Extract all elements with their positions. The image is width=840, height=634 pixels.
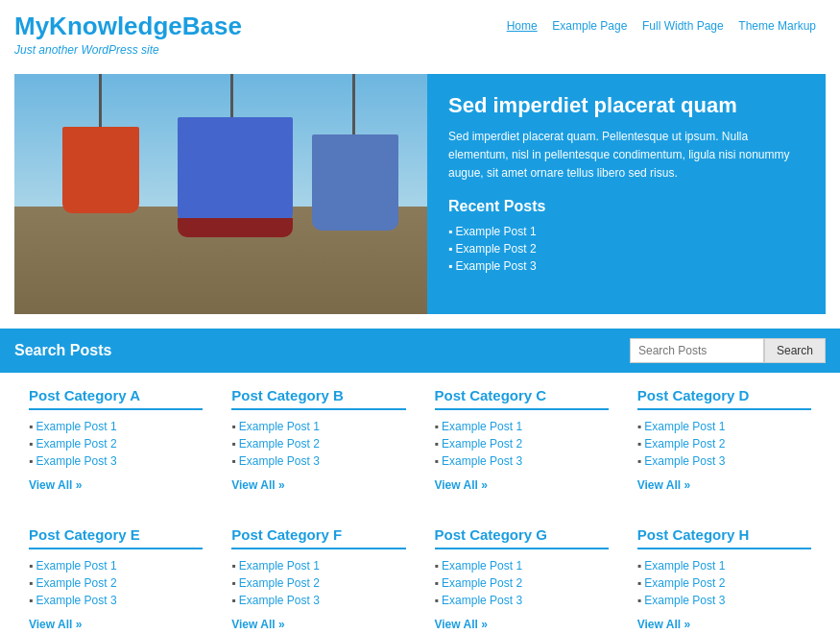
category-c-post-3: Example Post 3: [435, 452, 609, 470]
search-bar: Search Posts Search: [0, 329, 840, 373]
boat3-icon: [312, 134, 398, 231]
category-b-post-3-link[interactable]: Example Post 3: [239, 454, 320, 468]
category-list-h: Example Post 1Example Post 2Example Post…: [637, 557, 811, 609]
category-list-c: Example Post 1Example Post 2Example Post…: [435, 418, 609, 470]
category-a-post-2: Example Post 2: [29, 435, 203, 452]
category-g-post-1: Example Post 1: [435, 557, 609, 574]
category-e-post-1: Example Post 1: [29, 557, 203, 574]
search-input[interactable]: [630, 338, 764, 363]
category-e-post-1-link[interactable]: Example Post 1: [36, 559, 117, 573]
view-all-e[interactable]: View All »: [29, 618, 82, 631]
category-d-post-3: Example Post 3: [637, 452, 811, 470]
category-f-post-1-link[interactable]: Example Post 1: [239, 559, 320, 573]
category-e-post-3: Example Post 3: [29, 592, 203, 609]
category-h-post-1: Example Post 1: [637, 557, 811, 574]
category-b-post-2: Example Post 2: [231, 435, 405, 452]
category-block-d: Post Category DExample Post 1Example Pos…: [623, 373, 826, 501]
nav-theme-markup[interactable]: Theme Markup: [738, 19, 816, 33]
categories-grid: Post Category AExample Post 1Example Pos…: [14, 373, 826, 634]
category-title-f: Post Category F: [231, 526, 405, 549]
category-d-post-1: Example Post 1: [637, 418, 811, 435]
hero-text: Sed imperdiet placerat quam. Pellentesqu…: [448, 128, 804, 183]
category-block-f: Post Category FExample Post 1Example Pos…: [217, 512, 420, 634]
category-c-post-1-link[interactable]: Example Post 1: [442, 420, 522, 433]
hero-section: Sed imperdiet placerat quam Sed imperdie…: [14, 74, 826, 314]
view-all-h[interactable]: View All »: [637, 618, 690, 631]
nav-home[interactable]: Home: [507, 19, 538, 33]
category-f-post-2: Example Post 2: [231, 574, 405, 592]
category-g-post-3: Example Post 3: [435, 592, 609, 609]
category-list-f: Example Post 1Example Post 2Example Post…: [231, 557, 405, 609]
header: MyKnowledgeBase Just another WordPress s…: [0, 0, 840, 64]
category-b-post-1: Example Post 1: [231, 418, 405, 435]
category-block-b: Post Category BExample Post 1Example Pos…: [217, 373, 420, 501]
hero-image: [14, 74, 427, 314]
recent-post-3: Example Post 3: [448, 257, 804, 275]
nav-example-page[interactable]: Example Page: [552, 19, 627, 33]
category-block-g: Post Category GExample Post 1Example Pos…: [420, 512, 623, 634]
category-g-post-1-link[interactable]: Example Post 1: [442, 559, 522, 573]
view-all-a[interactable]: View All »: [29, 478, 82, 492]
category-block-a: Post Category AExample Post 1Example Pos…: [14, 373, 217, 501]
recent-posts-list: Example Post 1 Example Post 2 Example Po…: [448, 223, 804, 275]
category-f-post-3-link[interactable]: Example Post 3: [239, 594, 320, 607]
category-c-post-2: Example Post 2: [435, 435, 609, 452]
category-f-post-3: Example Post 3: [231, 592, 405, 609]
category-d-post-2-link[interactable]: Example Post 2: [644, 437, 725, 451]
category-a-post-1-link[interactable]: Example Post 1: [36, 420, 117, 433]
nav-full-width[interactable]: Full Width Page: [642, 19, 724, 33]
category-e-post-3-link[interactable]: Example Post 3: [36, 594, 117, 607]
category-list-a: Example Post 1Example Post 2Example Post…: [29, 418, 203, 470]
category-e-post-2-link[interactable]: Example Post 2: [36, 576, 117, 590]
category-c-post-1: Example Post 1: [435, 418, 609, 435]
category-a-post-3: Example Post 3: [29, 452, 203, 470]
category-list-g: Example Post 1Example Post 2Example Post…: [435, 557, 609, 609]
category-list-e: Example Post 1Example Post 2Example Post…: [29, 557, 203, 609]
category-f-post-1: Example Post 1: [231, 557, 405, 574]
search-bar-title: Search Posts: [14, 342, 630, 359]
recent-post-1-link[interactable]: Example Post 1: [456, 225, 537, 238]
category-b-post-1-link[interactable]: Example Post 1: [239, 420, 320, 433]
category-h-post-3: Example Post 3: [637, 592, 811, 609]
category-b-post-3: Example Post 3: [231, 452, 405, 470]
view-all-f[interactable]: View All »: [231, 618, 284, 631]
view-all-c[interactable]: View All »: [435, 478, 488, 492]
category-a-post-3-link[interactable]: Example Post 3: [36, 454, 117, 468]
category-d-post-1-link[interactable]: Example Post 1: [644, 420, 725, 433]
category-b-post-2-link[interactable]: Example Post 2: [239, 437, 320, 451]
view-all-b[interactable]: View All »: [231, 478, 284, 492]
category-title-a: Post Category A: [29, 387, 203, 410]
category-title-b: Post Category B: [231, 387, 405, 410]
category-g-post-3-link[interactable]: Example Post 3: [442, 594, 522, 607]
category-c-post-3-link[interactable]: Example Post 3: [442, 454, 522, 468]
category-title-d: Post Category D: [637, 387, 811, 410]
recent-post-2: Example Post 2: [448, 240, 804, 257]
category-block-e: Post Category EExample Post 1Example Pos…: [14, 512, 217, 634]
site-title[interactable]: MyKnowledgeBase: [14, 12, 242, 40]
view-all-d[interactable]: View All »: [637, 478, 690, 492]
view-all-g[interactable]: View All »: [435, 618, 488, 631]
recent-posts-title: Recent Posts: [448, 198, 804, 215]
recent-post-1: Example Post 1: [448, 223, 804, 240]
main-nav: Home Example Page Full Width Page Theme …: [495, 18, 826, 33]
recent-post-3-link[interactable]: Example Post 3: [456, 259, 537, 273]
category-g-post-2-link[interactable]: Example Post 2: [442, 576, 522, 590]
category-e-post-2: Example Post 2: [29, 574, 203, 592]
category-a-post-2-link[interactable]: Example Post 2: [36, 437, 117, 451]
search-button[interactable]: Search: [764, 338, 826, 363]
category-c-post-2-link[interactable]: Example Post 2: [442, 437, 522, 451]
category-list-b: Example Post 1Example Post 2Example Post…: [231, 418, 405, 470]
category-f-post-2-link[interactable]: Example Post 2: [239, 576, 320, 590]
category-block-c: Post Category CExample Post 1Example Pos…: [420, 373, 623, 501]
category-d-post-3-link[interactable]: Example Post 3: [644, 454, 725, 468]
category-block-h: Post Category HExample Post 1Example Pos…: [623, 512, 826, 634]
category-h-post-1-link[interactable]: Example Post 1: [644, 559, 725, 573]
category-h-post-3-link[interactable]: Example Post 3: [644, 594, 725, 607]
category-g-post-2: Example Post 2: [435, 574, 609, 592]
category-list-d: Example Post 1Example Post 2Example Post…: [637, 418, 811, 470]
site-tagline: Just another WordPress site: [14, 43, 826, 57]
category-h-post-2-link[interactable]: Example Post 2: [644, 576, 725, 590]
category-title-c: Post Category C: [435, 387, 609, 410]
recent-post-2-link[interactable]: Example Post 2: [456, 242, 537, 256]
category-title-h: Post Category H: [637, 526, 811, 549]
